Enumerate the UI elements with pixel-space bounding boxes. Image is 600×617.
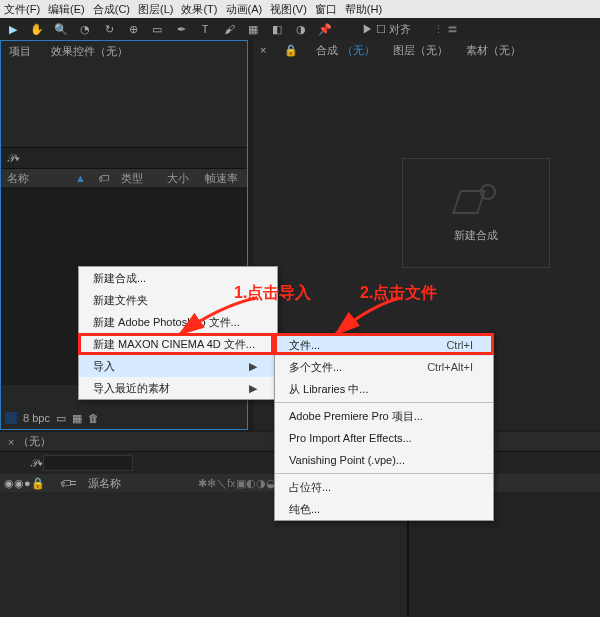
menu-comp[interactable]: 合成(C) [93, 2, 130, 17]
menu-window[interactable]: 窗口 [315, 2, 337, 17]
ctx-vanishing-point[interactable]: Vanishing Point (.vpe)... [275, 449, 493, 471]
hand-tool-icon[interactable]: ✋ [30, 22, 44, 36]
lock-icon[interactable]: 🔒 [284, 44, 298, 57]
tab-close-icon[interactable]: × [8, 436, 14, 448]
menu-edit[interactable]: 编辑(E) [48, 2, 85, 17]
rotate-tool-icon[interactable]: ↻ [102, 22, 116, 36]
annotation-text-2: 2.点击文件 [360, 283, 437, 304]
ctx-import-libraries[interactable]: 从 Libraries 中... [275, 378, 493, 400]
trash-icon[interactable]: 🗑 [88, 412, 99, 424]
menu-effect[interactable]: 效果(T) [181, 2, 217, 17]
snap-check[interactable]: ▶ ☐ 对齐 [362, 22, 411, 37]
timeline-tab-none[interactable]: （无） [18, 434, 51, 449]
project-search-input[interactable] [24, 151, 84, 166]
timeline-search-input[interactable] [43, 455, 133, 471]
anchor-tool-icon[interactable]: ⊕ [126, 22, 140, 36]
menu-file[interactable]: 文件(F) [4, 2, 40, 17]
ctx-new-photoshop[interactable]: 新建 Adobe Photoshop 文件... [79, 311, 277, 333]
menu-view[interactable]: 视图(V) [270, 2, 307, 17]
menubar: 文件(F) 编辑(E) 合成(C) 图层(L) 效果(T) 动画(A) 视图(V… [0, 0, 600, 18]
ctx-new-c4d[interactable]: 新建 MAXON CINEMA 4D 文件... [79, 333, 277, 355]
project-footer: 8 bpc ▭ ▦ 🗑 [1, 407, 247, 429]
panel-lock-icon[interactable]: × [260, 44, 266, 56]
project-search-row: 𝒫▾ [1, 147, 247, 169]
project-column-header: 名称 ▲ 🏷 类型 大小 帧速率 [1, 169, 247, 187]
ctx-import-file[interactable]: 文件...Ctrl+I [275, 334, 493, 356]
zoom-tool-icon[interactable]: 🔍 [54, 22, 68, 36]
menu-help[interactable]: 帮助(H) [345, 2, 382, 17]
brush-tool-icon[interactable]: 🖌 [222, 22, 236, 36]
toolbar: ▶ ✋ 🔍 ◔ ↻ ⊕ ▭ ✒ T 🖌 ▦ ◧ ◑ 📌 ▶ ☐ 对齐 ⋮ 〓 [0, 18, 600, 40]
tl-index: = [70, 477, 88, 489]
roto-tool-icon[interactable]: ◑ [294, 22, 308, 36]
ctx-pro-import[interactable]: Pro Import After Effects... [275, 427, 493, 449]
annotation-text-1: 1.点击导入 [234, 283, 311, 304]
ctx-import-multi[interactable]: 多个文件...Ctrl+Alt+I [275, 356, 493, 378]
new-comp-icon[interactable]: ▦ [72, 412, 82, 425]
type-tool-icon[interactable]: T [198, 22, 212, 36]
timeline-search-icon: 𝒫▾ [30, 457, 43, 470]
new-folder-icon[interactable]: ▭ [56, 412, 66, 425]
submenu-arrow-icon: ▶ [249, 360, 257, 373]
menu-layer[interactable]: 图层(L) [138, 2, 173, 17]
col-fps[interactable]: 帧速率 [199, 171, 244, 186]
bpc-indicator[interactable]: 8 bpc [23, 412, 50, 424]
clone-tool-icon[interactable]: ▦ [246, 22, 260, 36]
menu-anim[interactable]: 动画(A) [226, 2, 263, 17]
col-type[interactable]: 类型 [115, 171, 161, 186]
interpret-footage-icon[interactable] [5, 412, 17, 424]
tab-footage[interactable]: 素材（无） [466, 43, 521, 58]
col-size[interactable]: 大小 [161, 171, 199, 186]
orbit-camera-icon[interactable]: ◔ [78, 22, 92, 36]
new-comp-glyph-icon [456, 184, 496, 216]
new-composition-button[interactable]: 新建合成 [402, 158, 550, 268]
tab-composition[interactable]: 合成 （无） [316, 43, 374, 58]
new-comp-label: 新建合成 [454, 228, 498, 243]
tag-icon: 🏷 [92, 172, 115, 184]
pen-tool-icon[interactable]: ✒ [174, 22, 188, 36]
tab-effect-controls[interactable]: 效果控件（无） [51, 44, 128, 59]
project-preview-area [1, 61, 247, 147]
rect-tool-icon[interactable]: ▭ [150, 22, 164, 36]
submenu-arrow-icon: ▶ [249, 382, 257, 395]
ctx-placeholder[interactable]: 占位符... [275, 476, 493, 498]
tl-av-toggles[interactable]: ◉◉●🔒 [0, 477, 60, 490]
tl-source-name[interactable]: 源名称 [88, 476, 198, 491]
selection-tool-icon[interactable]: ▶ [6, 22, 20, 36]
tl-label-icon[interactable]: 🏷 [60, 477, 70, 489]
puppet-tool-icon[interactable]: 📌 [318, 22, 332, 36]
eraser-tool-icon[interactable]: ◧ [270, 22, 284, 36]
import-submenu: 文件...Ctrl+I 多个文件...Ctrl+Alt+I 从 Librarie… [274, 333, 494, 521]
ctx-solid[interactable]: 纯色... [275, 498, 493, 520]
col-name[interactable]: 名称 [1, 171, 69, 186]
tab-layer[interactable]: 图层（无） [393, 43, 448, 58]
ctx-import[interactable]: 导入▶ [79, 355, 277, 377]
tab-project[interactable]: 项目 [9, 44, 31, 59]
search-icon: 𝒫▾ [7, 152, 20, 165]
ctx-import-premiere[interactable]: Adobe Premiere Pro 项目... [275, 405, 493, 427]
sort-indicator-icon[interactable]: ▲ [69, 172, 92, 184]
ctx-import-recent[interactable]: 导入最近的素材▶ [79, 377, 277, 399]
